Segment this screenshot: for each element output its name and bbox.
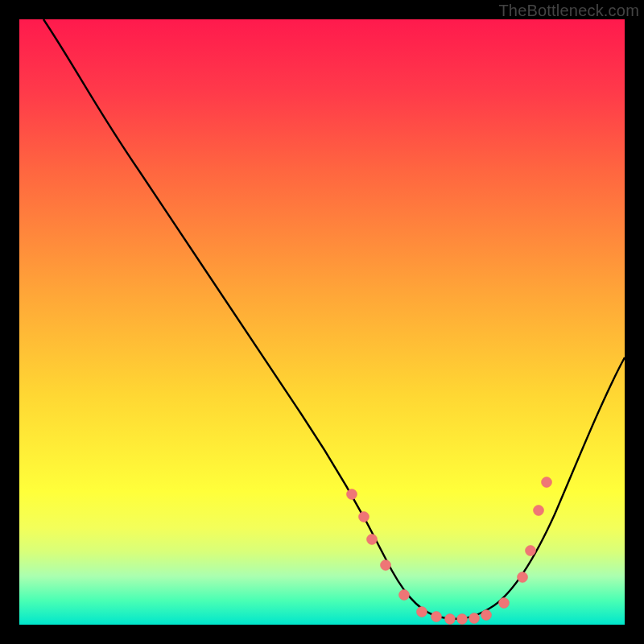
data-dot: [359, 512, 369, 522]
data-dot: [417, 607, 427, 617]
data-dot: [469, 613, 480, 624]
data-dot: [457, 614, 468, 625]
data-dot: [526, 546, 536, 556]
data-dot: [431, 612, 442, 622]
bottleneck-curve: [43, 19, 625, 619]
data-dot: [399, 590, 410, 601]
data-dot: [347, 489, 357, 500]
chart-svg: [19, 19, 625, 625]
data-dot: [534, 506, 544, 516]
data-dot: [445, 614, 456, 625]
chart-frame: TheBottleneck.com: [0, 0, 644, 644]
data-dot: [518, 572, 528, 583]
data-dot: [481, 610, 492, 621]
data-dot: [499, 598, 510, 609]
dot-group: [347, 477, 552, 625]
data-dot: [542, 477, 552, 488]
data-dot: [367, 535, 378, 545]
watermark-text: TheBottleneck.com: [498, 2, 639, 20]
data-dot: [381, 560, 391, 571]
